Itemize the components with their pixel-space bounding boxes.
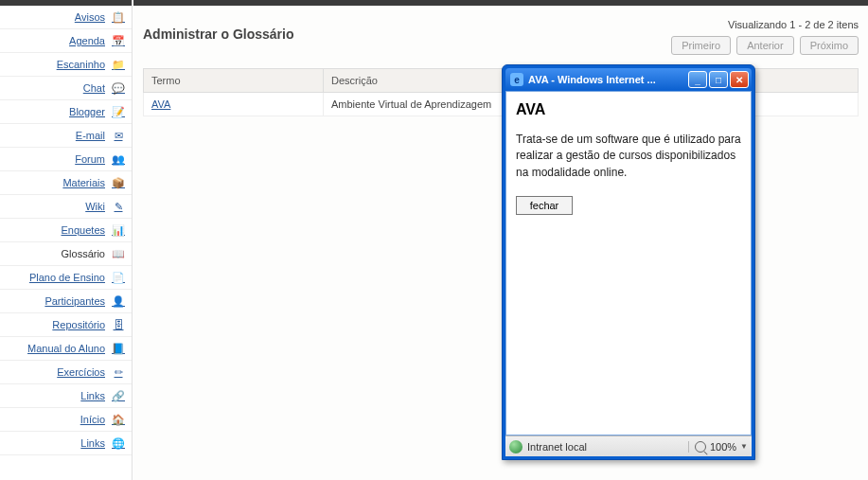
sidebar-item-label: Manual do Aluno — [27, 343, 105, 354]
sidebar-item-enquetes[interactable]: Enquetes📊 — [0, 219, 132, 242]
next-button[interactable]: Próximo — [800, 36, 859, 55]
chevron-down-icon: ▼ — [740, 442, 748, 451]
sidebar-item-label: Participantes — [44, 295, 105, 307]
popup-statusbar: Intranet local 100% ▼ — [505, 436, 752, 456]
blog-icon: 📝 — [111, 105, 126, 118]
close-button[interactable]: fechar — [516, 196, 573, 215]
sidebar-item-links2[interactable]: Links🌐 — [0, 432, 132, 455]
close-window-button[interactable]: ✕ — [730, 71, 749, 88]
sidebar-item-label: Enquetes — [62, 224, 105, 236]
magnifier-icon — [695, 441, 706, 453]
clipboard-icon: 📋 — [111, 10, 126, 24]
people-icon: 👥 — [111, 152, 126, 166]
sidebar-item-agenda[interactable]: Agenda📅 — [0, 29, 132, 53]
sidebar-item-label: Repositório — [52, 319, 105, 330]
page-header: Administrar o Glossário Visualizando 1 -… — [143, 19, 859, 55]
sidebar-item-forum[interactable]: Forum👥 — [0, 148, 132, 171]
sidebar-item-avisos[interactable]: Avisos📋 — [0, 6, 132, 29]
user-icon: 👤 — [111, 294, 126, 308]
sidebar-item-label: Agenda — [69, 35, 105, 46]
sidebar-item-blogger[interactable]: Blogger📝 — [0, 100, 132, 124]
sidebar-item-label: E-mail — [76, 130, 105, 141]
popup-heading: AVA — [516, 101, 741, 118]
sidebar-item-label: Plano de Ensino — [29, 272, 105, 283]
sidebar-item-email[interactable]: E-mail✉ — [0, 124, 132, 148]
sidebar-item-plano[interactable]: Plano de Ensino📄 — [0, 266, 132, 290]
col-term: Termo — [144, 69, 324, 93]
minimize-button[interactable]: _ — [688, 71, 707, 88]
prev-button[interactable]: Anterior — [736, 36, 794, 55]
main-content: Administrar o Glossário Visualizando 1 -… — [133, 0, 868, 480]
pager-buttons: Primeiro Anterior Próximo — [671, 36, 859, 55]
status-zone-text: Intranet local — [527, 441, 587, 453]
sidebar-item-label: Avisos — [75, 11, 105, 23]
sidebar-item-links1[interactable]: Links🔗 — [0, 384, 132, 408]
zoom-text: 100% — [710, 441, 736, 453]
sidebar-item-label: Exercícios — [57, 366, 105, 378]
sidebar-item-glossario[interactable]: Glossário📖 — [0, 242, 132, 266]
page-icon: 📄 — [111, 271, 126, 284]
sidebar-item-repositorio[interactable]: Repositório🗄 — [0, 313, 132, 337]
edit-icon: ✏ — [111, 365, 126, 379]
chat-icon: 💬 — [111, 81, 126, 95]
cabinet-icon: 🗄 — [111, 318, 126, 331]
sidebar-item-label: Forum — [75, 153, 105, 165]
sidebar-item-exercicios[interactable]: Exercícios✏ — [0, 361, 132, 384]
sidebar-item-label: Glossário — [62, 248, 105, 259]
calendar-icon: 📅 — [111, 34, 126, 47]
status-zone: Intranet local — [509, 440, 587, 453]
sidebar-item-label: Início — [80, 414, 105, 425]
status-zoom[interactable]: 100% ▼ — [688, 441, 748, 453]
ie-popup-window[interactable]: AVA - Windows Internet ... _ □ ✕ AVA Tra… — [502, 64, 755, 460]
maximize-button[interactable]: □ — [709, 71, 728, 88]
sidebar-item-manual[interactable]: Manual do Aluno📘 — [0, 337, 132, 361]
pager-status: Visualizando 1 - 2 de 2 itens — [728, 19, 859, 30]
sidebar-item-label: Escaninho — [57, 59, 105, 70]
sidebar-item-chat[interactable]: Chat💬 — [0, 77, 132, 100]
sidebar-item-label: Links — [80, 390, 105, 401]
sidebar-item-label: Links — [80, 437, 105, 449]
popup-titlebar[interactable]: AVA - Windows Internet ... _ □ ✕ — [505, 68, 752, 91]
globe-icon: 🌐 — [111, 436, 126, 450]
popup-title-left: AVA - Windows Internet ... — [510, 73, 656, 86]
globe-icon — [509, 440, 523, 453]
sidebar-item-wiki[interactable]: Wiki✎ — [0, 195, 132, 219]
popup-text: Trata-se de um software que é utilizado … — [516, 132, 741, 181]
folder-icon: 📁 — [111, 58, 126, 71]
sidebar-item-participantes[interactable]: Participantes👤 — [0, 290, 132, 313]
pencil-icon: ✎ — [111, 200, 126, 213]
sidebar-item-escaninho[interactable]: Escaninho📁 — [0, 53, 132, 77]
popup-title-text: AVA - Windows Internet ... — [528, 74, 656, 85]
book-icon: 📘 — [111, 342, 126, 355]
window-controls: _ □ ✕ — [688, 71, 749, 88]
sidebar-item-label: Blogger — [69, 106, 105, 117]
sidebar-item-inicio[interactable]: Início🏠 — [0, 408, 132, 432]
link-icon: 🔗 — [111, 389, 126, 402]
sidebar-item-label: Wiki — [85, 201, 105, 212]
popup-body: AVA Trata-se de um software que é utiliz… — [505, 91, 752, 436]
sidebar-item-label: Chat — [83, 82, 105, 94]
ie-icon — [510, 73, 523, 86]
first-button[interactable]: Primeiro — [671, 36, 731, 55]
sidebar-item-label: Materiais — [62, 177, 105, 188]
page-title: Administrar o Glossário — [143, 27, 293, 42]
list-icon: 📖 — [111, 247, 126, 260]
box-icon: 📦 — [111, 176, 126, 189]
term-link[interactable]: AVA — [151, 98, 170, 110]
sidebar-item-materiais[interactable]: Materiais📦 — [0, 171, 132, 195]
pager: Visualizando 1 - 2 de 2 itens Primeiro A… — [671, 19, 859, 55]
sidebar: Avisos📋 Agenda📅 Escaninho📁 Chat💬 Blogger… — [0, 0, 133, 480]
main-top-strip — [133, 0, 868, 6]
home-icon: 🏠 — [111, 413, 126, 426]
mail-icon: ✉ — [111, 129, 126, 142]
chart-icon: 📊 — [111, 223, 126, 237]
